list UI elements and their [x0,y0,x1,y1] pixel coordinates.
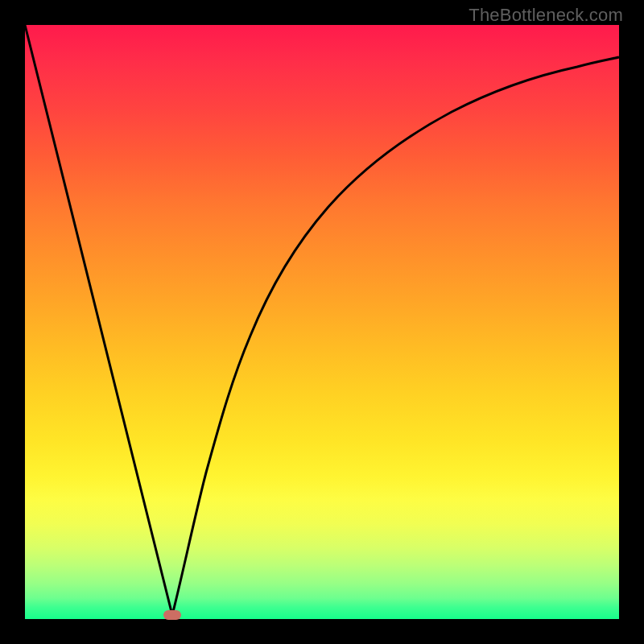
optimum-marker [163,610,181,620]
plot-area [25,25,619,619]
attribution-label: TheBottleneck.com [469,5,623,26]
bottleneck-curve-path [25,25,619,615]
curve-svg [25,25,619,619]
